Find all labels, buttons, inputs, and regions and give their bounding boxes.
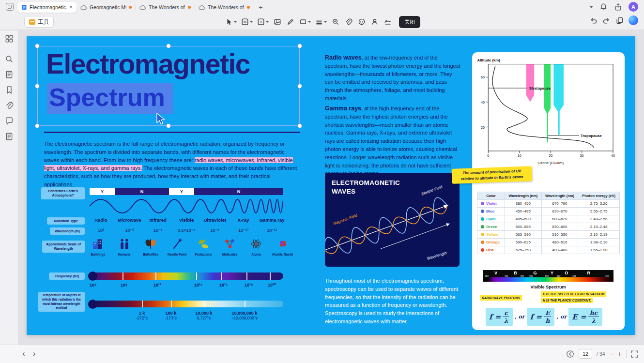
spectrum-letter: G [533,271,537,275]
color-swatch [481,233,484,236]
table-row: Yellow565–590510–5302.10–2.19 [477,231,620,239]
scale-item: Butterflies [138,237,164,256]
temperature-gradient-bar [90,301,283,307]
undo-icon[interactable] [589,16,598,25]
attachment-icon[interactable] [5,101,14,110]
scale-item: Humans [111,237,138,256]
atom-icon [250,237,262,251]
text-tool[interactable]: T [256,15,270,28]
page-thumbnails-icon[interactable] [5,70,14,79]
atmosphere-segment: Y [90,188,115,195]
wavelength-value: 10⁻¹² [258,228,286,233]
sticker-tool[interactable] [356,15,368,28]
select-tool[interactable] [224,15,238,28]
row-label-temperature: Temperature of objects at which this rad… [38,292,85,312]
line-style-tool[interactable] [314,15,328,28]
tab-label: Electromagnetic... [30,4,67,10]
frequency-value: 10⁴ [90,283,96,287]
ozone-card: Altitude (km) Stratopause Tropopause [472,52,625,330]
selection-handle[interactable] [297,123,302,128]
page-title-line2[interactable]: Spectrum [47,83,173,112]
search-icon[interactable] [5,55,14,63]
formula-1: f =cλ [486,308,513,326]
selection-handle[interactable] [297,44,302,48]
speed-of-light-note: C IS THE SPEED OF LIGHT IN VACUUM [541,291,606,297]
scale-item: Atomic Nuclei [270,237,296,256]
zoom-out-button[interactable]: − [610,350,613,358]
notification-bell-icon[interactable] [599,3,608,11]
image-tool[interactable] [272,15,283,28]
copy-icon[interactable] [615,16,624,25]
next-page-arrow[interactable]: › [33,349,36,359]
atmosphere-bar: Y N Y N [90,188,283,195]
color-name: Violet [486,201,497,206]
page-total-label: / 34 [597,351,605,357]
notes-icon[interactable] [5,132,14,141]
user-avatar[interactable]: A [629,2,638,12]
person-stamp-tool[interactable] [369,15,381,28]
tab-close-icon[interactable]: × [69,4,73,10]
table-header: Photon energy (eV) [578,192,620,200]
fit-screen-icon[interactable] [631,350,638,358]
uv-callout: The amount of penetration of UV relative… [452,166,533,184]
page-history-icon[interactable] [566,350,574,358]
tab-label: The Wonders of G... [149,4,185,10]
comment-icon[interactable] [5,117,14,125]
tab-wonders-1[interactable]: The Wonders of G... [136,2,195,13]
gamma-rays-paragraph: Gamma rays, at the high-frequency end of… [325,105,463,178]
tab-wonders-2[interactable]: The Wonders of G... [195,2,254,13]
zoom-in-button[interactable]: + [618,350,622,358]
page-number-input[interactable] [579,349,592,359]
close-tools-button[interactable]: 关闭 [399,16,420,28]
chevron-down-icon [234,21,237,23]
selection-handle[interactable] [166,44,171,48]
wavelength-value: 10³ [87,228,115,233]
app-menu-icon[interactable] [6,3,14,11]
spectrum-letter: B [514,271,517,275]
spectrum-diagram: Penetrates Earth's Atmosphere? Y N Y N R… [36,186,302,332]
new-tab-button[interactable]: + [259,3,263,11]
attachment-tool[interactable] [343,15,354,28]
divider [626,350,627,358]
prev-page-arrow[interactable]: ‹ [22,349,25,359]
home-grid-icon[interactable] [5,34,14,43]
selection-handle[interactable] [35,44,40,48]
wavelength-value: 10⁻² [115,228,144,233]
tab-geomagnetic[interactable]: Geomagnetic Mys... [77,2,136,13]
table-row: Orange590–625480–5101.98–2.10 [477,239,620,246]
heading-tool[interactable]: H [240,15,254,28]
bookmark-icon[interactable] [5,86,14,94]
table-row: Cyan485–500600–6202.48–2.56 [477,215,620,223]
spectrum-letter: V [494,271,497,275]
shape-tool[interactable] [298,15,312,28]
molecule-icon [224,237,236,251]
color-name: Yellow [486,232,498,237]
ai-assistant-icon[interactable] [629,15,638,25]
selection-handle[interactable] [35,84,40,89]
selection-handle[interactable] [297,84,302,89]
share-upload-icon[interactable] [614,3,622,11]
svg-text:Tropopause: Tropopause [581,134,602,138]
redo-icon[interactable] [602,16,611,25]
svg-text:20: 20 [481,125,485,130]
tab-list-chevron-icon[interactable] [589,6,593,8]
app-window: Electromagnetic... × Geomagnetic Mys... … [0,0,644,363]
atmosphere-segment: N [115,188,169,195]
search-zoom-tool[interactable] [330,15,341,28]
tools-panel-button[interactable]: 工具 [24,16,54,28]
color-swatch [481,210,484,213]
tab-electromagnetic[interactable]: Electromagnetic... × [17,2,77,13]
frequency-gradient-bar [90,272,283,280]
radiation-type: Microwave [115,217,144,223]
selection-handle[interactable] [166,123,171,128]
scale-row: Buildings Humans Butterflies Needle Poin… [85,237,296,256]
color-swatch [481,241,484,244]
page-title-line1[interactable]: Electromagnetic [46,49,250,79]
signature-tool[interactable] [382,15,394,28]
pen-tool[interactable] [285,15,296,28]
spectrum-letter: R [587,271,590,275]
selection-handle[interactable] [35,123,40,128]
scale-item: Protozoans [190,237,217,256]
svg-text:T: T [260,20,262,24]
wavelength-value: 0.5×10⁻⁶ [172,228,201,233]
